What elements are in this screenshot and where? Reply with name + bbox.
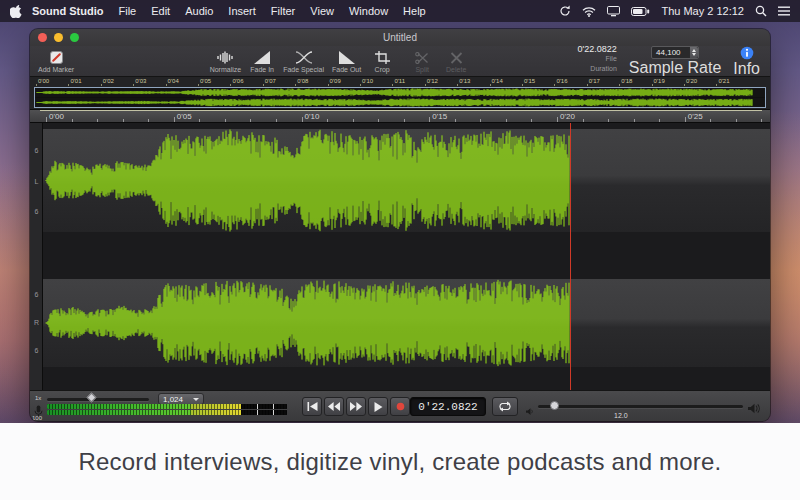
menu-item[interactable]: Audio: [185, 5, 213, 17]
ruler-tick: [716, 84, 717, 86]
fade-out-icon: [339, 50, 355, 64]
menu-app-name[interactable]: Sound Studio: [32, 5, 103, 17]
minimize-button[interactable]: [54, 33, 63, 42]
play-button[interactable]: [368, 397, 388, 416]
waveform-editor[interactable]: 6 L 6 6 R 6: [30, 123, 770, 390]
ruler-tick: [557, 117, 558, 122]
menu-item[interactable]: Help: [403, 5, 426, 17]
ruler-label: 0'20: [686, 78, 697, 84]
add-marker-label: Add Marker: [38, 66, 74, 73]
ruler-tick: [123, 119, 124, 122]
ruler-tick: [276, 119, 277, 122]
menu-item[interactable]: Edit: [151, 5, 170, 17]
record-button[interactable]: [390, 397, 410, 416]
volume-slider[interactable]: [538, 405, 743, 408]
ruler-tick: [360, 84, 361, 86]
ruler-tick: [199, 119, 200, 122]
sample-rate-select[interactable]: 44,100: [651, 46, 699, 59]
overview-strip[interactable]: 0'000'010'020'030'040'050'060'070'080'09…: [30, 77, 770, 110]
crop-button[interactable]: Crop: [369, 50, 395, 73]
split-icon: [415, 50, 429, 64]
split-button[interactable]: Split: [409, 50, 435, 73]
timeline-ruler[interactable]: 0'000'050'100'150'200'25: [30, 110, 770, 123]
record-icon: [396, 402, 405, 411]
menu-item[interactable]: Insert: [228, 5, 256, 17]
waveform-right: [43, 279, 770, 367]
ruler-label: 0'20: [560, 112, 575, 121]
ruler-tick: [455, 119, 456, 122]
menu-item[interactable]: Window: [349, 5, 388, 17]
tool-label: Normalize: [210, 66, 242, 73]
skip-to-start-button[interactable]: [302, 397, 322, 416]
tool-label: Crop: [375, 66, 390, 73]
ruler-tick: [619, 84, 620, 86]
fade-special-button[interactable]: Fade Special: [283, 50, 324, 73]
control-bar: 1x 1,024 100: [30, 390, 770, 421]
input-level-value: 100: [32, 415, 42, 421]
overview-waveform-left: [35, 88, 765, 97]
ruler-label: 0'21: [718, 78, 729, 84]
menu-item[interactable]: Filter: [271, 5, 295, 17]
display-icon[interactable]: [607, 6, 620, 17]
add-marker-button[interactable]: Add Marker: [38, 50, 74, 73]
ruler-label: 0'07: [265, 78, 276, 84]
ruler-tick: [634, 119, 635, 122]
search-icon[interactable]: [755, 5, 767, 17]
delete-button[interactable]: Delete: [443, 50, 469, 73]
normalize-button[interactable]: Normalize: [210, 50, 242, 73]
ruler-tick: [353, 119, 354, 122]
ruler-label: 0'06: [232, 78, 243, 84]
overview-ruler[interactable]: 0'000'010'020'030'040'050'060'070'080'09…: [30, 77, 770, 87]
playhead-cursor[interactable]: [570, 123, 571, 390]
menu-clock[interactable]: Thu May 2 12:12: [661, 5, 744, 17]
ruler-tick: [457, 84, 458, 86]
left-channel-track[interactable]: [43, 129, 770, 232]
marketing-caption: Record interviews, digitize vinyl, creat…: [0, 423, 800, 500]
rewind-button[interactable]: [324, 397, 344, 416]
right-channel-track[interactable]: [43, 279, 770, 367]
ruler-label: 0'25: [688, 112, 703, 121]
ruler-tick: [404, 119, 405, 122]
ruler-tick: [97, 119, 98, 122]
ruler-tick: [46, 117, 47, 122]
sync-icon[interactable]: [559, 5, 571, 17]
zoom-slider[interactable]: [47, 398, 149, 401]
close-button[interactable]: [38, 33, 47, 42]
db-label: 6: [30, 347, 43, 354]
zoom-min-label: 1x: [35, 395, 41, 401]
tool-label: Fade In: [250, 66, 274, 73]
loop-button[interactable]: [492, 397, 518, 416]
fade-out-button[interactable]: Fade Out: [332, 50, 361, 73]
ruler-tick: [72, 119, 73, 122]
ruler-tick: [480, 119, 481, 122]
fade-in-button[interactable]: Fade In: [249, 50, 275, 73]
ruler-label: 0'13: [459, 78, 470, 84]
ruler-label: 0'14: [492, 78, 503, 84]
normalize-icon: [217, 50, 233, 64]
ruler-label: 0'15: [524, 78, 535, 84]
ruler-tick: [225, 119, 226, 122]
ruler-tick: [230, 84, 231, 86]
zoom-window-button[interactable]: [70, 33, 79, 42]
ruler-label: 0'19: [654, 78, 665, 84]
fast-forward-icon: [350, 402, 362, 411]
ruler-tick: [710, 119, 711, 122]
control-center-icon[interactable]: [778, 6, 790, 16]
menu-item[interactable]: File: [118, 5, 136, 17]
menu-status-area: Thu May 2 12:12: [559, 5, 790, 17]
sample-rate-stepper[interactable]: [689, 47, 698, 58]
fast-forward-button[interactable]: [346, 397, 366, 416]
battery-icon[interactable]: [631, 7, 650, 16]
sample-rate-value: 44,100: [656, 48, 680, 57]
ruler-tick: [522, 84, 523, 86]
db-label: 6: [30, 208, 43, 215]
overview-waveform[interactable]: [34, 87, 766, 108]
apple-icon[interactable]: [10, 4, 22, 18]
volume-slider-thumb[interactable]: [550, 401, 559, 410]
info-button[interactable]: Info: [733, 46, 760, 78]
wifi-icon[interactable]: [582, 6, 596, 17]
toolbar: Add Marker Normalize Fade In Fade Specia…: [30, 46, 770, 77]
overview-waveform-right: [35, 98, 765, 107]
menu-item[interactable]: View: [310, 5, 334, 17]
add-marker-icon: [50, 50, 63, 64]
